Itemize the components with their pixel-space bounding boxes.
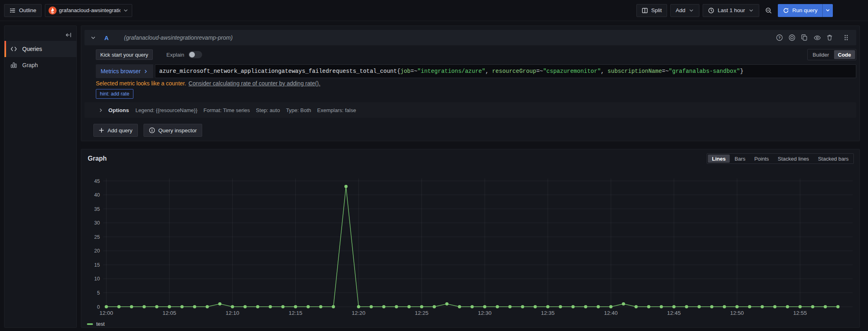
svg-text:0: 0 xyxy=(97,304,100,310)
svg-text:12:10: 12:10 xyxy=(226,310,239,316)
query-option-meta: Legend: {{resourceName}} xyxy=(135,107,197,113)
svg-text:?: ? xyxy=(778,35,781,40)
promql-token: "cspazuremonitor" xyxy=(543,68,601,74)
add-query-button[interactable]: Add query xyxy=(93,124,138,137)
graph-style-option-bars[interactable]: Bars xyxy=(731,155,750,163)
run-query-label: Run query xyxy=(792,7,817,13)
timeseries-chart: 12:0012:0512:1012:1512:2012:2512:3012:35… xyxy=(88,174,856,319)
time-range-button[interactable]: Last 1 hour xyxy=(703,4,759,17)
promql-token: "grafanalabs-sandbox" xyxy=(669,68,740,74)
add-button[interactable]: Add xyxy=(670,4,699,17)
clock-icon xyxy=(708,7,714,14)
outline-items: Queries Graph xyxy=(4,41,76,73)
promql-token: subscriptionName xyxy=(608,68,662,74)
svg-text:45: 45 xyxy=(94,178,100,184)
graph-style-toggle: LinesBarsPointsStacked linesStacked bars xyxy=(707,153,854,164)
promql-token: =~ xyxy=(411,68,418,74)
collapse-outline-button[interactable] xyxy=(63,30,73,40)
promql-token: "integrations/azure" xyxy=(417,68,485,74)
query-option-meta: Step: auto xyxy=(256,107,280,113)
help-circle-icon[interactable]: ? xyxy=(775,33,784,42)
chevron-right-icon xyxy=(143,69,148,74)
legend-series-marker xyxy=(87,323,93,325)
explore-content-outline: Queries Graph xyxy=(4,25,77,328)
split-button[interactable]: Split xyxy=(636,4,667,17)
svg-text:25: 25 xyxy=(94,234,100,240)
graph-style-option-stacked-lines[interactable]: Stacked lines xyxy=(774,155,813,163)
svg-text:12:00: 12:00 xyxy=(99,310,113,316)
datasource-picker[interactable]: grafanacloud-awsintegrationrevamp-prom xyxy=(45,4,132,17)
outline-label: Outline xyxy=(19,7,36,13)
outline-button[interactable]: Outline xyxy=(4,4,42,17)
chevron-down-icon xyxy=(825,8,830,13)
split-label: Split xyxy=(651,7,662,13)
svg-text:35: 35 xyxy=(94,206,100,212)
duplicate-query-icon[interactable] xyxy=(800,33,809,42)
datasource-name: grafanacloud-awsintegrationrevamp-prom xyxy=(59,7,120,13)
svg-text:12:30: 12:30 xyxy=(478,310,492,316)
record-icon[interactable] xyxy=(788,33,796,42)
zoom-out-time-button[interactable] xyxy=(762,4,775,17)
hint-add-rate-button[interactable]: hint: add rate xyxy=(96,89,133,99)
add-query-label: Add query xyxy=(108,127,133,134)
promql-token: =~ xyxy=(536,68,543,74)
promql-input[interactable]: azure_microsoft_network_applicationgatew… xyxy=(155,64,856,78)
builder-mode-option[interactable]: Builder xyxy=(809,50,833,59)
explain-label: Explain xyxy=(167,52,184,58)
sidebar-item-label: Queries xyxy=(22,46,42,52)
outline-list-icon xyxy=(9,7,16,14)
run-query-button[interactable]: Run query xyxy=(778,4,822,17)
code-mode-option[interactable]: Code xyxy=(834,50,855,59)
trash-icon[interactable] xyxy=(825,33,834,42)
run-query-split-button: Run query xyxy=(778,4,833,17)
query-options-row[interactable]: Options Legend: {{resourceName}}Format: … xyxy=(84,102,856,118)
query-editor-panel: A (grafanacloud-awsintegrationrevamp-pro… xyxy=(81,25,860,141)
rate-suggestion-link[interactable]: Consider calculating rate of counter by … xyxy=(188,80,320,87)
sidebar-item-queries[interactable]: Queries xyxy=(4,41,76,57)
metrics-browser-button[interactable]: Metrics browser xyxy=(96,64,153,78)
svg-text:12:20: 12:20 xyxy=(352,310,365,316)
info-circle-icon xyxy=(149,127,155,134)
svg-text:12:40: 12:40 xyxy=(604,310,618,316)
query-ref-id: A xyxy=(104,34,109,41)
active-indicator xyxy=(4,41,6,57)
options-label: Options xyxy=(108,107,129,113)
query-option-meta: Format: Time series xyxy=(203,107,250,113)
svg-text:12:55: 12:55 xyxy=(793,310,807,316)
time-range-label: Last 1 hour xyxy=(718,7,745,13)
counter-warning-text: Selected metric looks like a counter. xyxy=(96,80,186,87)
kick-start-query-button[interactable]: Kick start your query xyxy=(96,49,153,60)
graph-style-option-lines[interactable]: Lines xyxy=(708,155,730,163)
svg-text:30: 30 xyxy=(94,220,100,226)
chart-legend: test xyxy=(87,321,105,327)
promql-token: job xyxy=(400,68,410,74)
query-input-row: Metrics browser azure_microsoft_network_… xyxy=(96,64,856,78)
query-inspector-button[interactable]: Query inspector xyxy=(144,124,202,137)
legend-series-label[interactable]: test xyxy=(96,321,105,327)
query-datasource-hint: (grafanacloud-awsintegrationrevamp-prom) xyxy=(124,34,232,41)
explain-toggle[interactable] xyxy=(188,51,202,58)
prometheus-icon xyxy=(49,6,57,15)
run-query-dropdown-button[interactable] xyxy=(822,4,833,17)
promql-token: =~ xyxy=(662,68,669,74)
eye-icon[interactable] xyxy=(813,33,822,42)
query-actions-row: Add query Query inspector xyxy=(93,124,202,137)
bar-chart-icon xyxy=(10,62,17,69)
sidebar-item-graph[interactable]: Graph xyxy=(4,57,76,73)
query-row-header[interactable]: A (grafanacloud-awsintegrationrevamp-pro… xyxy=(84,30,856,45)
query-toolbar-row: Kick start your query Explain Builder Co… xyxy=(96,49,856,60)
promql-query-text: azure_microsoft_network_applicationgatew… xyxy=(159,68,743,74)
graph-style-option-stacked-bars[interactable]: Stacked bars xyxy=(814,155,853,163)
graph-style-option-points[interactable]: Points xyxy=(750,155,773,163)
promql-token: resourceGroup xyxy=(492,68,536,74)
drag-handle-icon[interactable] xyxy=(842,33,851,42)
code-brackets-icon xyxy=(10,45,17,53)
query-hint-row: Selected metric looks like a counter.Con… xyxy=(96,80,320,87)
kick-start-label: Kick start your query xyxy=(100,52,148,58)
sidebar-item-label: Graph xyxy=(22,62,38,68)
add-label: Add xyxy=(676,7,685,13)
query-options-meta-list: Legend: {{resourceName}}Format: Time ser… xyxy=(135,107,356,113)
split-view-icon xyxy=(642,7,648,14)
svg-text:40: 40 xyxy=(94,192,100,198)
svg-text:12:45: 12:45 xyxy=(667,310,681,316)
